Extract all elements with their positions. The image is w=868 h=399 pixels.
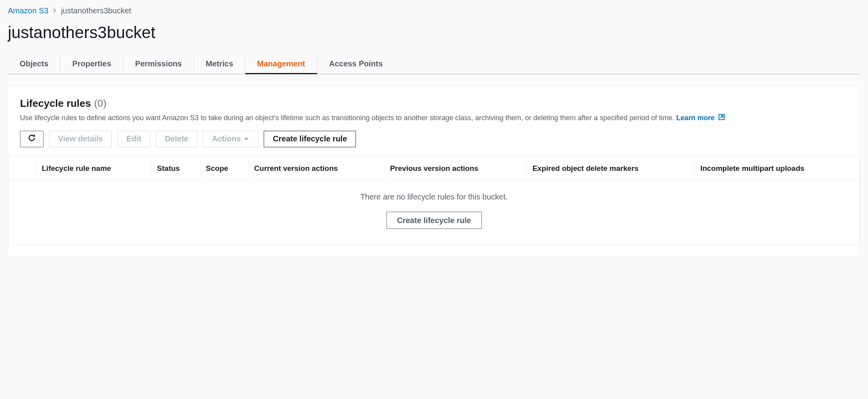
- panel-description-text: Use lifecycle rules to define actions yo…: [20, 114, 674, 122]
- tab-objects[interactable]: Objects: [8, 54, 60, 74]
- refresh-button[interactable]: [20, 131, 44, 147]
- lifecycle-rules-panel: Lifecycle rules (0) Use lifecycle rules …: [8, 86, 860, 257]
- learn-more-label: Learn more: [676, 114, 715, 122]
- table-header-scope: Scope: [200, 156, 248, 181]
- delete-button[interactable]: Delete: [156, 131, 197, 147]
- create-lifecycle-rule-button[interactable]: Create lifecycle rule: [264, 131, 356, 147]
- breadcrumb: Amazon S3 justanothers3bucket: [8, 6, 860, 15]
- chevron-right-icon: [52, 7, 57, 15]
- table-header-current-version: Current version actions: [248, 156, 384, 181]
- table-header-previous-version: Previous version actions: [384, 156, 527, 181]
- table-header-incomplete-multipart: Incomplete multipart uploads: [695, 156, 859, 181]
- breadcrumb-current: justanothers3bucket: [61, 6, 131, 15]
- page-title: justanothers3bucket: [8, 23, 860, 42]
- view-details-button[interactable]: View details: [49, 131, 112, 147]
- table-header-status: Status: [151, 156, 200, 181]
- panel-description: Use lifecycle rules to define actions yo…: [20, 113, 848, 124]
- actions-dropdown[interactable]: Actions: [203, 131, 258, 147]
- tab-management[interactable]: Management: [245, 54, 317, 74]
- refresh-icon: [27, 134, 36, 144]
- caret-down-icon: [244, 134, 249, 143]
- create-lifecycle-rule-empty-button[interactable]: Create lifecycle rule: [387, 212, 482, 229]
- table-empty-row: There are no lifecycle rules for this bu…: [9, 181, 859, 245]
- table-header-expired-markers: Expired object delete markers: [527, 156, 695, 181]
- table-header-row: Lifecycle rule name Status Scope Current…: [9, 156, 859, 181]
- tab-metrics[interactable]: Metrics: [194, 54, 245, 74]
- panel-header: Lifecycle rules (0) Use lifecycle rules …: [20, 97, 848, 124]
- toolbar: View details Edit Delete Actions Create …: [20, 131, 848, 147]
- learn-more-link[interactable]: Learn more: [676, 114, 725, 122]
- breadcrumb-root-link[interactable]: Amazon S3: [8, 6, 48, 15]
- table-header-name: Lifecycle rule name: [36, 156, 151, 181]
- external-link-icon: [718, 113, 725, 124]
- tabs: Objects Properties Permissions Metrics M…: [8, 54, 860, 74]
- edit-button[interactable]: Edit: [117, 131, 150, 147]
- tab-permissions[interactable]: Permissions: [123, 54, 194, 74]
- table-header-select: [9, 156, 36, 181]
- panel-title: Lifecycle rules (0): [20, 97, 106, 110]
- panel-count: (0): [94, 97, 107, 110]
- tab-properties[interactable]: Properties: [60, 54, 123, 74]
- lifecycle-rules-table: Lifecycle rule name Status Scope Current…: [8, 156, 860, 245]
- tab-access-points[interactable]: Access Points: [317, 54, 395, 74]
- actions-label: Actions: [212, 134, 241, 143]
- panel-title-text: Lifecycle rules: [20, 97, 91, 110]
- empty-message: There are no lifecycle rules for this bu…: [13, 192, 855, 201]
